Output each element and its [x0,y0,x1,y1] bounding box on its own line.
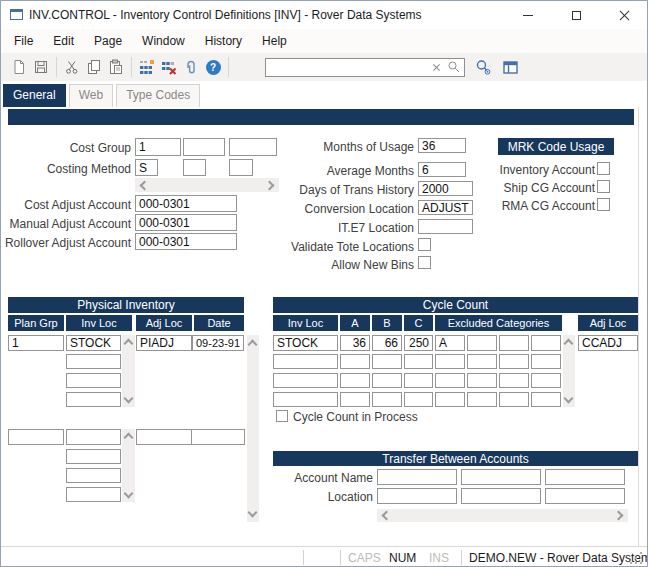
cost-group-field-3[interactable] [229,138,277,156]
cc-a-cell[interactable] [340,373,370,388]
scroll-down-icon[interactable] [564,394,574,404]
cc-excluded-cell[interactable] [467,354,497,369]
account-name-field-3[interactable] [545,469,625,485]
pi-inv-loc-cell[interactable]: STOCK [66,335,121,351]
resize-grip[interactable] [640,562,642,564]
cc-excluded-cell[interactable] [467,392,497,407]
menu-page[interactable]: Page [84,31,132,51]
scroll-right-icon[interactable] [614,511,624,521]
pi2-inv-loc-cell[interactable] [66,487,121,502]
new-document-button[interactable] [8,56,30,78]
attach-button[interactable] [180,56,202,78]
window-layout-button[interactable] [499,56,521,78]
cc-excluded-cell[interactable] [499,354,529,369]
location-field-3[interactable] [545,488,625,504]
cc-c-cell[interactable]: 250 [404,335,433,351]
scroll-up-icon[interactable] [124,433,134,443]
cc-b-cell[interactable] [372,392,402,407]
cost-group-field-2[interactable] [183,138,225,156]
manual-adjust-account-field[interactable]: 000-0301 [135,214,237,231]
validate-tote-locations-checkbox[interactable] [418,238,431,251]
menu-history[interactable]: History [195,31,252,51]
pi2-inv-loc-cell[interactable] [66,468,121,483]
pi-inv-loc-cell[interactable] [66,354,121,369]
costing-method-field-1[interactable]: S [135,159,158,176]
scroll-left-icon[interactable] [382,511,392,521]
pi-plan-grp-cell[interactable]: 1 [8,335,64,351]
pi-date-cell[interactable]: 09-23-91 [192,335,244,351]
minimize-button[interactable] [511,5,545,25]
cc-excluded-cell[interactable] [435,392,465,407]
days-of-trans-history-field[interactable]: 2000 [418,181,473,196]
save-button[interactable] [30,56,52,78]
maximize-button[interactable] [559,5,593,25]
paste-button[interactable] [105,56,127,78]
average-months-field[interactable]: 6 [418,162,466,177]
cc-b-cell[interactable] [372,373,402,388]
delete-row-button[interactable] [158,56,180,78]
location-field-2[interactable] [461,488,541,504]
cc-inv-loc-cell[interactable]: STOCK [273,335,338,351]
pi2-inv-loc-vscrollbar[interactable] [122,429,135,502]
find-record-button[interactable] [472,56,494,78]
cc-excluded-cell[interactable] [435,373,465,388]
scroll-right-icon[interactable] [265,181,275,191]
cc-excluded-cell[interactable] [531,392,561,407]
costing-method-field-3[interactable] [229,159,253,176]
tab-type-codes[interactable]: Type Codes [116,84,200,107]
search-icon[interactable] [447,60,461,74]
cc-excluded-cell[interactable] [435,354,465,369]
cc-a-cell[interactable] [340,354,370,369]
close-button[interactable] [607,5,641,25]
insert-row-button[interactable] [136,56,158,78]
pi2-inv-loc-cell[interactable] [66,429,121,445]
copy-button[interactable] [83,56,105,78]
cc-inv-loc-cell[interactable] [273,373,338,388]
cc-excluded-cell[interactable] [531,373,561,388]
costing-method-field-2[interactable] [183,159,206,176]
cc-adj-loc-cell[interactable]: CCADJ [578,335,638,351]
ship-cg-account-checkbox[interactable] [597,180,610,193]
account-name-field-2[interactable] [461,469,541,485]
scroll-up-icon[interactable] [564,339,574,349]
account-name-field-1[interactable] [377,469,457,485]
scroll-left-icon[interactable] [140,181,150,191]
cc-vscrollbar[interactable] [563,335,575,407]
clear-search-icon[interactable] [432,63,441,72]
inventory-account-checkbox[interactable] [597,162,610,175]
scroll-down-icon[interactable] [248,508,258,518]
pi2-date-cell[interactable] [191,429,245,445]
pi2-adj-loc-cell[interactable] [136,429,192,445]
scroll-down-icon[interactable] [124,489,134,499]
pi2-inv-loc-cell[interactable] [66,449,121,464]
tab-general[interactable]: General [3,84,66,107]
search-input[interactable] [266,60,432,74]
cc-excluded-cell[interactable] [499,373,529,388]
scroll-down-icon[interactable] [124,394,134,404]
pi2-plan-grp-cell[interactable] [8,429,64,445]
cut-button[interactable] [61,56,83,78]
cc-excluded-cell[interactable] [467,335,497,351]
cc-excluded-cell[interactable] [499,392,529,407]
cc-excluded-cell[interactable] [499,335,529,351]
months-of-usage-field[interactable]: 36 [418,138,466,153]
cc-excluded-cell[interactable] [531,354,561,369]
scroll-up-icon[interactable] [124,339,134,349]
transfer-hscrollbar[interactable] [377,509,628,522]
pi-inv-loc-cell[interactable] [66,373,121,388]
cc-c-cell[interactable] [404,392,433,407]
menu-edit[interactable]: Edit [43,31,84,51]
rma-cg-account-checkbox[interactable] [597,198,610,211]
cc-b-cell[interactable] [372,354,402,369]
ite7-location-field[interactable] [418,219,473,234]
cc-inv-loc-cell[interactable] [273,392,338,407]
pi-inv-loc-vscrollbar[interactable] [122,335,135,407]
cc-a-cell[interactable] [340,392,370,407]
cc-c-cell[interactable] [404,354,433,369]
cost-adjust-account-field[interactable]: 000-0301 [135,195,237,212]
menu-window[interactable]: Window [132,31,195,51]
cycle-count-in-process-checkbox[interactable] [276,410,288,422]
cc-c-cell[interactable] [404,373,433,388]
tab-web[interactable]: Web [69,84,113,107]
pi-inv-loc-cell[interactable] [66,392,121,407]
